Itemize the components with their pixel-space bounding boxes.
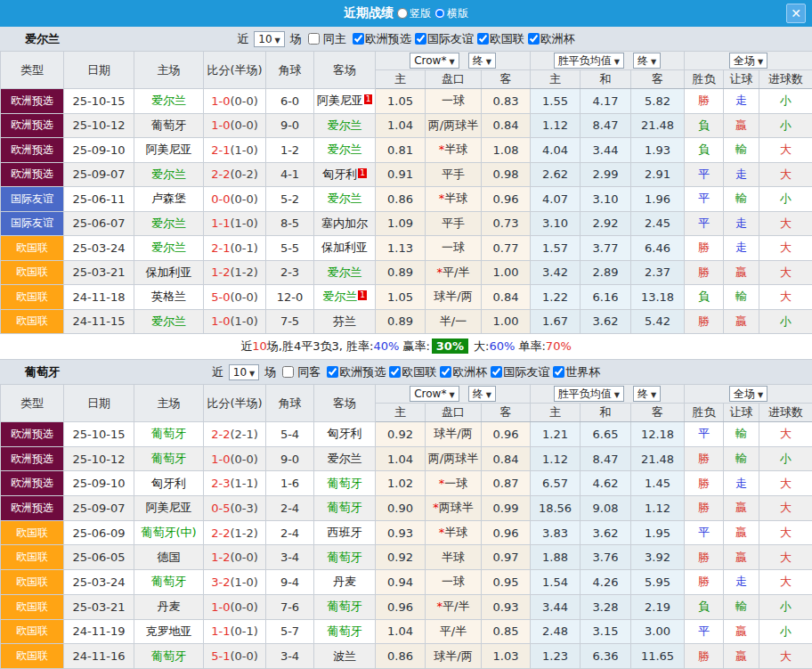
- avg-type-select[interactable]: 胜平负均值▼: [554, 386, 624, 402]
- competition-checkbox[interactable]: [553, 366, 564, 378]
- summary-segment: 30%: [432, 339, 468, 354]
- team-name-text: 葡萄牙: [328, 501, 362, 514]
- col-odds-away: 客: [482, 404, 531, 422]
- match-type-badge: 欧国联: [1, 545, 64, 570]
- avg-home-odds: 2.62: [531, 162, 581, 187]
- competition-filter[interactable]: 欧洲预选: [349, 31, 411, 47]
- corner-count: 7-5: [266, 309, 314, 334]
- competition-checkbox[interactable]: [353, 33, 364, 45]
- team-name-text: 卢森堡: [151, 192, 186, 205]
- competition-label: 欧洲预选: [365, 31, 411, 47]
- match-score: 1-1(1-0): [204, 211, 266, 236]
- avg-draw-odds: 2.89: [581, 260, 631, 285]
- handicap-away-odds: 0.96: [482, 520, 531, 545]
- summary-text: 近10场,胜4平3负3, 胜率:40% 赢率:30% 大:60% 单率:70%: [240, 339, 572, 355]
- avg-draw-odds: 4.26: [581, 570, 631, 595]
- competition-filter[interactable]: 欧国联: [386, 364, 436, 380]
- avg-away-odds: 12.18: [631, 422, 685, 447]
- summary-segment: 40%: [373, 339, 399, 353]
- competition-label: 欧国联: [402, 364, 436, 380]
- home-team: 葡萄牙: [134, 422, 204, 447]
- result-goals: 大: [759, 644, 812, 669]
- result-win-lose: 平: [685, 211, 724, 236]
- match-type-badge: 欧国联: [1, 619, 64, 644]
- match-score: 0-5(0-3): [204, 496, 266, 521]
- avg-away-odds: 5.42: [631, 309, 685, 334]
- close-button[interactable]: ✕: [786, 4, 806, 23]
- odds-provider-select[interactable]: Crow*▼: [410, 53, 459, 69]
- home-team: 爱尔兰: [134, 211, 204, 236]
- scope-select[interactable]: 全场▼: [729, 386, 767, 402]
- competition-checkbox[interactable]: [415, 33, 426, 45]
- match-type-badge: 欧国联: [1, 520, 64, 545]
- away-team: 匈牙利: [314, 422, 376, 447]
- layout-radio[interactable]: [434, 8, 445, 19]
- competition-filter[interactable]: 欧洲杯: [436, 364, 487, 380]
- layout-option-vertical[interactable]: 竖版: [397, 6, 431, 21]
- avg-odds-group: 胜平负均值▼ 终▼: [531, 385, 685, 404]
- matches-count-select[interactable]: 10▼: [254, 31, 284, 47]
- same-venue-checkbox[interactable]: [308, 33, 320, 45]
- same-venue-checkbox[interactable]: [282, 366, 294, 378]
- away-team: 西班牙: [314, 520, 376, 545]
- scope-select[interactable]: 全场▼: [729, 53, 767, 69]
- avg-draw-odds: 8.47: [581, 113, 631, 138]
- competition-checkbox[interactable]: [477, 33, 489, 45]
- team-name-text: 葡萄牙: [151, 649, 186, 663]
- match-type-badge: 欧国联: [1, 260, 64, 285]
- odds-stage-select[interactable]: 终▼: [468, 386, 496, 402]
- competition-filter[interactable]: 国际友谊: [487, 364, 549, 380]
- handicap-away-odds: 0.87: [482, 471, 531, 496]
- handicap-away-odds: 0.83: [482, 89, 531, 114]
- team-name-text: 丹麦: [158, 600, 181, 613]
- handicap-line: *两球半: [426, 496, 482, 521]
- layout-radio[interactable]: [397, 8, 408, 19]
- avg-stage-select[interactable]: 终▼: [633, 53, 661, 69]
- odds-stage-select[interactable]: 终▼: [468, 53, 496, 69]
- matches-count-select[interactable]: 10▼: [229, 364, 259, 380]
- halftime-score: (0-0): [230, 290, 257, 304]
- competition-checkbox[interactable]: [528, 33, 540, 45]
- away-team: 葡萄牙: [314, 619, 376, 644]
- team-name-text: 爱尔兰: [151, 94, 186, 107]
- competition-filter[interactable]: 国际友谊: [411, 31, 474, 47]
- corner-count: 2-4: [266, 496, 314, 521]
- competition-checkbox[interactable]: [491, 366, 502, 378]
- competition-filter[interactable]: 欧洲杯: [524, 31, 575, 47]
- title-group: 近期战绩 竖版 横版: [344, 5, 468, 21]
- avg-draw-odds: 9.08: [581, 496, 631, 521]
- competition-filter[interactable]: 欧洲预选: [323, 364, 386, 380]
- col-goals: 进球数: [759, 70, 812, 89]
- corner-count: 1-6: [266, 471, 314, 496]
- team-name-text: 葡萄牙(中): [141, 526, 196, 539]
- result-goals: 小: [759, 619, 812, 644]
- competition-checkbox[interactable]: [440, 366, 451, 378]
- competition-filter[interactable]: 欧国联: [474, 31, 524, 47]
- corner-count: 8-5: [266, 211, 314, 236]
- odds-provider-select[interactable]: Crow*▼: [410, 386, 459, 402]
- handicap-line: 半球: [426, 545, 482, 570]
- handicap-home-odds: 1.04: [376, 446, 426, 471]
- matches-table: 类型 日期 主场 比分(半场) 角球 客场 Crow*▼ 终▼ 胜平负均值▼ 终…: [0, 51, 812, 334]
- chevron-down-icon: ▼: [449, 391, 454, 399]
- avg-draw-odds: 2.99: [581, 162, 631, 187]
- competition-filter[interactable]: 世界杯: [549, 364, 600, 380]
- close-icon: ✕: [791, 6, 801, 20]
- avg-type-select[interactable]: 胜平负均值▼: [554, 53, 624, 69]
- avg-home-odds: 4.04: [531, 138, 581, 163]
- avg-stage-select[interactable]: 终▼: [633, 386, 661, 402]
- away-team: 爱尔兰: [314, 187, 376, 212]
- match-date: 25-10-15: [64, 422, 134, 447]
- team-name-text: 葡萄牙: [328, 477, 362, 490]
- titlebar: 近期战绩 竖版 横版 ✕: [0, 0, 812, 27]
- result-handicap: 輸: [724, 285, 759, 310]
- avg-type-value: 胜平负均值: [558, 54, 612, 67]
- handicap-line: 球半/两: [426, 644, 482, 669]
- avg-draw-odds: 8.47: [581, 446, 631, 471]
- competition-checkbox[interactable]: [389, 366, 401, 378]
- layout-option-horizontal[interactable]: 横版: [434, 6, 468, 21]
- team-name-text: 爱尔兰: [151, 167, 186, 181]
- competition-checkbox[interactable]: [327, 366, 338, 378]
- match-date: 25-03-21: [64, 260, 134, 285]
- col-score: 比分(半场): [204, 385, 266, 422]
